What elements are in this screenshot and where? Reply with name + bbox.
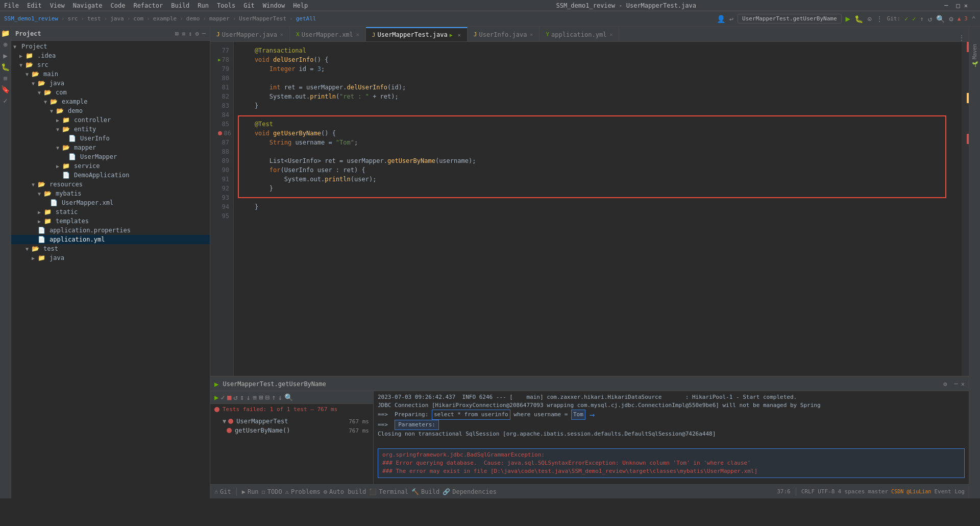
breadcrumb-example[interactable]: example (153, 15, 177, 22)
menu-view[interactable]: View (50, 2, 65, 9)
tree-item-src[interactable]: ▼📂src (11, 60, 210, 69)
run-tab-label[interactable]: UserMapperTest.getUserByName (223, 380, 326, 388)
run-stop-btn[interactable]: ■ (227, 393, 231, 401)
bottom-close-btn[interactable]: ✕ (961, 380, 965, 388)
tree-item-usermapper[interactable]: 📄UserMapper (11, 152, 210, 161)
test-root-expand[interactable]: ▼ (223, 418, 226, 425)
tree-item-usermapper-xml[interactable]: 📄UserMapper.xml (11, 198, 210, 207)
tree-item-templates[interactable]: ▶📁templates (11, 217, 210, 226)
run-expand-btn[interactable]: ⊞ (259, 393, 263, 401)
git-bottom-icon[interactable]: ⑃ Git (214, 488, 231, 495)
tab-usermapper-java[interactable]: J UserMapper.java ✕ (210, 27, 290, 41)
tab-close-applicationyml[interactable]: ✕ (609, 32, 612, 37)
project-expand-icon[interactable]: ⊞ (175, 30, 179, 37)
problems-bottom-btn[interactable]: ⚠ Problems (285, 488, 321, 495)
tree-item-mybatis[interactable]: ▼📂mybatis (11, 189, 210, 198)
run-side-icon[interactable]: ▶ (1, 51, 10, 60)
tree-item-project[interactable]: ▼Project (11, 42, 210, 51)
tree-item--idea[interactable]: ▶📁.idea (11, 51, 210, 60)
menu-navigate[interactable]: Navigate (73, 2, 103, 9)
breadcrumb-demo[interactable]: demo (186, 15, 200, 22)
tree-item-test[interactable]: ▼📂test (11, 244, 210, 253)
terminal-btn[interactable]: ⬛ Terminal (369, 488, 408, 495)
git-up[interactable]: ↑ (920, 15, 924, 22)
breakpoint-86[interactable] (218, 131, 222, 135)
run-bottom-icon[interactable]: ▶ Run (242, 488, 259, 495)
menu-git[interactable]: Git (243, 2, 255, 9)
bottom-close-icon[interactable]: ─ (954, 380, 958, 388)
tree-item-static[interactable]: ▶📁static (11, 207, 210, 217)
tree-item-entity[interactable]: ▼📂entity (11, 125, 210, 134)
git-check2[interactable]: ✓ (912, 15, 916, 22)
code-content[interactable]: @Transactional void delUserInfo() { Inte… (234, 42, 962, 376)
more-run-options[interactable]: ⋮ (876, 15, 883, 23)
tree-item-service[interactable]: ▶📁service (11, 161, 210, 171)
menu-code[interactable]: Code (111, 2, 126, 9)
tab-close-usermapper-xml[interactable]: ✕ (356, 32, 359, 37)
vcs-icon[interactable]: ↩ (729, 15, 733, 23)
run-btn[interactable]: ▶ (214, 393, 218, 401)
code-editor[interactable]: 77 ▶78 79 80 81 82 83 84 85 86 87 88 (210, 42, 969, 376)
tree-item-example[interactable]: ▼📂example (11, 97, 210, 106)
tab-usermappertest-java[interactable]: J UserMapperTest.java ▶ ✕ (366, 27, 468, 41)
tree-item-application-yml[interactable]: 📄application.yml (11, 235, 210, 244)
tab-application-yml[interactable]: Y application.yml ✕ (540, 27, 619, 41)
bookmark-icon[interactable]: 🔖 (1, 85, 10, 94)
tab-more-icon[interactable]: ⋮ (959, 34, 965, 41)
win-minimize[interactable]: ─ (944, 2, 948, 9)
todo-icon[interactable]: ✓ (1, 96, 10, 105)
maven-icon[interactable]: Maven (971, 29, 978, 59)
console-output[interactable]: 2023-07-03 09:26:42.437 INFO 6246 --- [ … (374, 391, 969, 484)
project-icon[interactable]: 📁 (1, 29, 10, 38)
profile-icon[interactable]: 👤 (717, 15, 725, 23)
menu-run[interactable]: Run (198, 2, 209, 9)
auto-build-btn[interactable]: ⚙ Auto build (324, 488, 366, 495)
tab-close-usermappertest[interactable]: ✕ (458, 32, 461, 38)
build-btn[interactable]: 🔨 Build (411, 488, 439, 495)
project-settings-icon[interactable]: ⚙ (195, 30, 199, 37)
menu-help[interactable]: Help (293, 2, 308, 9)
tab-userinfo-java[interactable]: J UserInfo.java ✕ (468, 27, 540, 41)
line-sep-indicator[interactable]: CRLF (801, 488, 815, 495)
breadcrumb-class[interactable]: UserMapperTest (239, 15, 286, 22)
search-button[interactable]: 🔍 (936, 15, 945, 23)
indent-indicator[interactable]: 4 spaces (838, 488, 865, 495)
breadcrumb-src[interactable]: src (68, 15, 78, 22)
test-root-item[interactable]: ▼ UserMapperTest 767 ms (210, 417, 373, 426)
menu-window[interactable]: Window (263, 2, 285, 9)
run-nav-up-btn[interactable]: ↑ (272, 393, 276, 401)
menu-edit[interactable]: Edit (27, 2, 42, 9)
tree-item-demo[interactable]: ▼📂demo (11, 106, 210, 115)
run-button[interactable]: ▶ (846, 14, 851, 23)
breadcrumb-java[interactable]: java (110, 15, 124, 22)
breadcrumb-com[interactable]: com (133, 15, 143, 22)
commit-icon[interactable]: ⊕ (1, 40, 10, 49)
branch-indicator[interactable]: master (868, 488, 888, 495)
project-collapse-icon[interactable]: ≡ (182, 30, 185, 37)
menu-tools[interactable]: Tools (217, 2, 235, 9)
tree-item-demoapplication[interactable]: 📄DemoApplication (11, 171, 210, 180)
tree-item-java[interactable]: ▼📂java (11, 79, 210, 88)
tab-close-usermapper-java[interactable]: ✕ (280, 32, 283, 37)
git-check1[interactable]: ✓ (904, 15, 908, 22)
errors-indicator[interactable]: ▲ 3 (958, 15, 968, 22)
win-close[interactable]: ✕ (964, 2, 968, 9)
tab-usermapper-xml[interactable]: X UserMapper.xml ✕ (290, 27, 366, 41)
run-find-btn[interactable]: 🔍 (284, 393, 293, 401)
run-check-btn[interactable]: ✓ (220, 393, 225, 401)
debug-button[interactable]: 🐛 (854, 15, 863, 23)
breadcrumb-method[interactable]: getAll (296, 15, 316, 22)
dependencies-btn[interactable]: 🔗 Dependencies (443, 488, 497, 495)
event-log-btn[interactable]: Event Log (934, 488, 965, 495)
encoding-indicator[interactable]: UTF-8 (818, 488, 835, 495)
tree-item-application-properties[interactable]: 📄application.properties (11, 226, 210, 235)
tree-item-main[interactable]: ▼📂main (11, 69, 210, 79)
win-maximize[interactable]: □ (957, 2, 960, 9)
tree-item-mapper[interactable]: ▼📂mapper (11, 143, 210, 152)
test-child-item[interactable]: getUserByName() 767 ms (210, 426, 373, 435)
todo-bottom-btn[interactable]: ☐ TODO (262, 488, 282, 495)
tree-item-resources[interactable]: ▼📂resources (11, 180, 210, 189)
tree-item-userinfo[interactable]: 📄UserInfo (11, 134, 210, 143)
tree-item-java[interactable]: ▶📁java (11, 253, 210, 262)
project-minimize-icon[interactable]: ─ (202, 30, 206, 37)
